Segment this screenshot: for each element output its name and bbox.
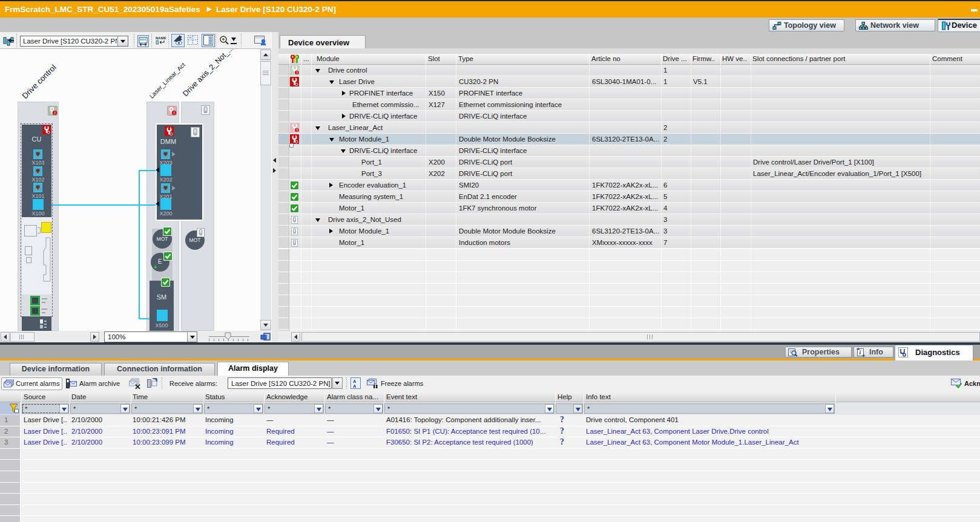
svg-text:NAME: NAME bbox=[156, 36, 166, 40]
svg-text:i: i bbox=[860, 349, 861, 356]
svg-text:A: A bbox=[353, 383, 357, 388]
